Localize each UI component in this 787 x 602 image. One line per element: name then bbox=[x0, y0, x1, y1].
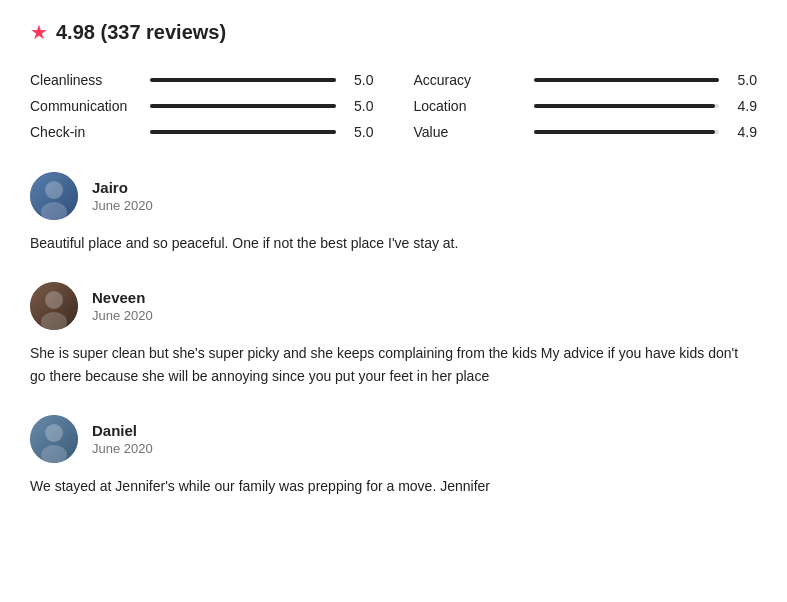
rating-row: Cleanliness 5.0 bbox=[30, 72, 374, 88]
rating-value: 5.0 bbox=[729, 72, 757, 88]
avatar bbox=[30, 282, 78, 330]
rating-label: Cleanliness bbox=[30, 72, 140, 88]
rating-label: Check-in bbox=[30, 124, 140, 140]
rating-value: 4.9 bbox=[729, 98, 757, 114]
review-item: Daniel June 2020 We stayed at Jennifer's… bbox=[30, 415, 757, 497]
avatar bbox=[30, 415, 78, 463]
review-text: She is super clean but she's super picky… bbox=[30, 342, 757, 387]
rating-bar bbox=[150, 130, 336, 134]
review-item: Jairo June 2020 Beautiful place and so p… bbox=[30, 172, 757, 254]
review-text: Beautiful place and so peaceful. One if … bbox=[30, 232, 757, 254]
svg-point-7 bbox=[45, 424, 63, 442]
rating-label: Location bbox=[414, 98, 524, 114]
reviewer-name: Daniel bbox=[92, 422, 153, 439]
avatar bbox=[30, 172, 78, 220]
reviewer-info: Jairo June 2020 bbox=[30, 172, 757, 220]
svg-point-1 bbox=[45, 181, 63, 199]
review-item: Neveen June 2020 She is super clean but … bbox=[30, 282, 757, 387]
reviewer-info: Daniel June 2020 bbox=[30, 415, 757, 463]
rating-value: 5.0 bbox=[346, 72, 374, 88]
reviewer-info: Neveen June 2020 bbox=[30, 282, 757, 330]
ratings-grid: Cleanliness 5.0 Accuracy 5.0 Communicati… bbox=[30, 72, 757, 140]
svg-point-4 bbox=[45, 291, 63, 309]
rating-bar bbox=[150, 104, 336, 108]
rating-label: Communication bbox=[30, 98, 140, 114]
rating-bar bbox=[150, 78, 336, 82]
rating-value: 4.9 bbox=[729, 124, 757, 140]
review-date: June 2020 bbox=[92, 441, 153, 456]
reviewer-details: Daniel June 2020 bbox=[92, 422, 153, 456]
rating-bar bbox=[534, 104, 720, 108]
reviews-list: Jairo June 2020 Beautiful place and so p… bbox=[30, 172, 757, 498]
rating-row: Check-in 5.0 bbox=[30, 124, 374, 140]
review-text: We stayed at Jennifer's while our family… bbox=[30, 475, 757, 497]
rating-row: Accuracy 5.0 bbox=[414, 72, 758, 88]
rating-bar bbox=[534, 78, 720, 82]
reviewer-details: Jairo June 2020 bbox=[92, 179, 153, 213]
overall-rating: 4.98 (337 reviews) bbox=[56, 21, 226, 44]
rating-value: 5.0 bbox=[346, 124, 374, 140]
reviewer-name: Neveen bbox=[92, 289, 153, 306]
rating-label: Accuracy bbox=[414, 72, 524, 88]
rating-row: Location 4.9 bbox=[414, 98, 758, 114]
rating-row: Value 4.9 bbox=[414, 124, 758, 140]
rating-label: Value bbox=[414, 124, 524, 140]
rating-row: Communication 5.0 bbox=[30, 98, 374, 114]
reviews-section: ★ 4.98 (337 reviews) Cleanliness 5.0 Acc… bbox=[30, 20, 757, 498]
reviewer-details: Neveen June 2020 bbox=[92, 289, 153, 323]
star-icon: ★ bbox=[30, 20, 48, 44]
rating-header: ★ 4.98 (337 reviews) bbox=[30, 20, 757, 44]
review-date: June 2020 bbox=[92, 308, 153, 323]
rating-bar bbox=[534, 130, 720, 134]
review-date: June 2020 bbox=[92, 198, 153, 213]
rating-value: 5.0 bbox=[346, 98, 374, 114]
reviewer-name: Jairo bbox=[92, 179, 153, 196]
